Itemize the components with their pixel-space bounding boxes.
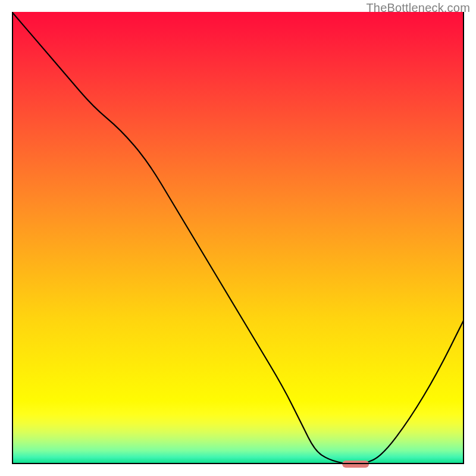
optimum-marker bbox=[342, 461, 369, 468]
plot-area bbox=[12, 12, 464, 464]
axis-right bbox=[463, 12, 464, 464]
curve-svg bbox=[12, 12, 464, 464]
axis-bottom bbox=[12, 463, 464, 464]
axis-left bbox=[12, 12, 13, 464]
chart-container: TheBottleneck.com bbox=[0, 0, 476, 476]
bottleneck-curve-path bbox=[12, 12, 464, 464]
